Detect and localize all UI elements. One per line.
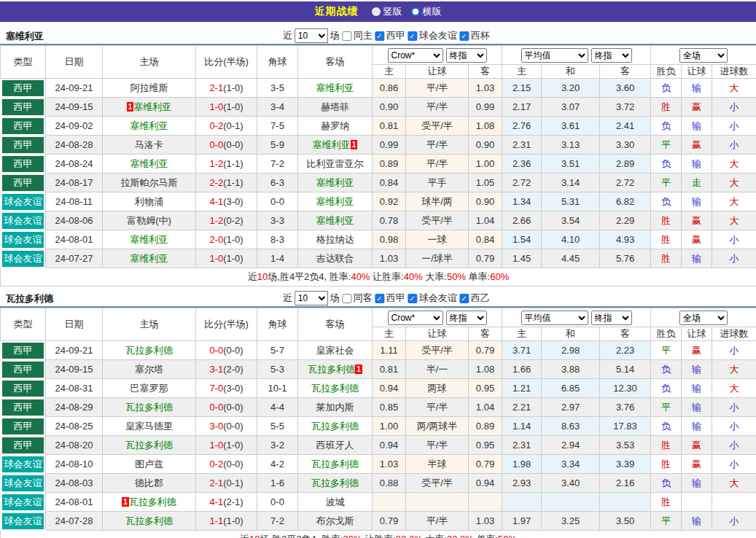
result-wdl-cell: 负: [651, 417, 682, 436]
team-name-link[interactable]: 赫塔菲: [321, 101, 349, 112]
league-filter-checkbox[interactable]: [459, 31, 469, 41]
result-goals-cell: 小: [712, 117, 756, 136]
team-name-link[interactable]: 瓦拉多利德: [311, 383, 359, 394]
team-name-link[interactable]: 利物浦: [135, 196, 163, 207]
corner-cell: 0-0: [257, 493, 298, 512]
team-name-link[interactable]: 塞维利亚: [316, 196, 354, 207]
team-name-link[interactable]: 富勒姆(中): [127, 215, 171, 226]
summary-text: 大率:: [423, 534, 447, 538]
league-filter-checkbox[interactable]: [408, 294, 417, 303]
fulltime-group-header: 全场: [651, 46, 756, 65]
avg-draw-cell: 2.98: [542, 341, 600, 360]
corner-cell: 1-4: [257, 249, 298, 268]
odds-home-cell: 0.98: [373, 230, 406, 249]
league-filter-checkbox[interactable]: [459, 294, 469, 303]
team-name-link[interactable]: 德比郡: [135, 477, 163, 488]
score-cell: 1-2(1-1): [196, 155, 257, 174]
odds-final-select[interactable]: 终指: [446, 48, 487, 63]
fulltime-select[interactable]: 全场: [679, 48, 728, 63]
avg-away-cell: 4.93: [600, 230, 651, 249]
avg-draw-cell: 5.31: [542, 192, 600, 211]
match-type-badge: 球会友谊: [2, 494, 44, 510]
odds-company-select[interactable]: Crow*: [388, 311, 443, 325]
odds-home-cell: 0.94: [373, 436, 406, 455]
league-filter-checkbox[interactable]: [375, 31, 384, 41]
avg-select[interactable]: 平均值: [521, 48, 588, 63]
recent-count-select[interactable]: 10: [295, 291, 328, 305]
radio-horizontal[interactable]: 横版: [411, 5, 442, 18]
filter-same-label: 同客: [354, 292, 373, 305]
team-name-link[interactable]: 波城: [326, 496, 345, 507]
odds-home-cell: 1.03: [373, 249, 406, 268]
team-name-link[interactable]: 赫罗纳: [321, 120, 349, 131]
team-name-link[interactable]: 莱加内斯: [316, 402, 354, 413]
team-name-link[interactable]: 图卢兹: [135, 459, 163, 469]
team-name-link[interactable]: 比利亚雷亚尔: [307, 158, 364, 169]
match-row: 西甲24-08-29瓦拉多利德0-0(0-0)4-4莱加内斯0.85平/半1.0…: [1, 398, 756, 417]
team-name-link[interactable]: 塞维利亚: [133, 101, 171, 112]
recent-count-select[interactable]: 10: [295, 28, 328, 43]
team-name-link[interactable]: 塞维利亚: [130, 234, 168, 245]
team-name-link[interactable]: 瓦拉多利德: [311, 421, 359, 432]
same-venue-checkbox[interactable]: [342, 31, 351, 41]
avg-select[interactable]: 平均值: [521, 311, 588, 325]
same-venue-checkbox[interactable]: [342, 294, 351, 303]
league-filter-checkbox[interactable]: [375, 294, 384, 303]
team-name-link[interactable]: 西班牙人: [316, 440, 354, 451]
odds-home-cell: 1.11: [373, 341, 406, 360]
result-handicap-cell: [682, 493, 712, 512]
team-name-link[interactable]: 瓦拉多利德: [125, 402, 173, 413]
away-team-cell: 格拉纳达: [298, 230, 373, 249]
radio-unselected-icon[interactable]: [411, 7, 420, 16]
team-name-link[interactable]: 塞维利亚: [316, 215, 354, 226]
match-type-badge: 西甲: [2, 399, 44, 416]
team-name-link[interactable]: 塞维利亚: [316, 82, 354, 93]
radio-selected-icon[interactable]: [372, 7, 381, 16]
team-name-link[interactable]: 塞维利亚: [130, 253, 168, 264]
team-name-link[interactable]: 瓦拉多利德: [125, 345, 173, 356]
radio-vertical[interactable]: 竖版: [372, 5, 402, 18]
odds-final-select[interactable]: 终指: [446, 311, 487, 325]
league-filter-checkbox[interactable]: [408, 31, 417, 41]
odds-home-cell: 0.89: [373, 155, 406, 174]
avg-final-select[interactable]: 终指: [591, 48, 632, 63]
team-name-link[interactable]: 巴塞罗那: [130, 383, 168, 394]
team-name-link[interactable]: 塞维利亚: [130, 120, 168, 131]
team-name-link[interactable]: 格拉纳达: [316, 234, 354, 245]
team-name-link[interactable]: 瓦拉多利德: [125, 440, 173, 451]
avg-away-cell: 3.39: [600, 455, 651, 474]
team-name-link[interactable]: 拉斯帕尔马斯: [121, 177, 178, 188]
match-row: 西甲24-08-25皇家马德里3-0(0-0)5-5瓦拉多利德1.00两/两球半…: [1, 417, 756, 436]
team-name-link[interactable]: 皇家马德里: [125, 421, 173, 432]
team-name-link[interactable]: 瓦拉多利德: [308, 364, 355, 375]
team-name-link[interactable]: 吉达联合: [316, 253, 354, 264]
corner-cell: 1-6: [257, 474, 298, 493]
match-type-badge: 球会友谊: [2, 251, 44, 267]
team-name-link[interactable]: 瓦拉多利德: [311, 477, 359, 488]
team-name-link[interactable]: 瓦拉多利德: [125, 515, 173, 526]
team-name-link[interactable]: 马洛卡: [135, 139, 163, 150]
sub-wdl-header: 胜负: [651, 65, 682, 79]
team-name-link[interactable]: 塞维利亚: [130, 158, 168, 169]
result-handicap-cell: 输: [682, 155, 712, 174]
match-type-badge: 球会友谊: [2, 513, 44, 529]
home-team-cell: 塞维利亚: [103, 249, 196, 268]
team-name-link[interactable]: 塞维利亚: [316, 177, 354, 188]
result-handicap-cell: 输: [682, 398, 712, 417]
col-type-header: 类型: [1, 308, 46, 341]
sub-away-header: 客: [469, 327, 502, 341]
team-name-link[interactable]: 皇家社会: [316, 345, 354, 356]
team-name-link[interactable]: 阿拉维斯: [130, 82, 168, 93]
team-name-link[interactable]: 塞维利亚: [313, 139, 351, 150]
date-cell: 24-08-10: [46, 455, 103, 474]
team-name-link[interactable]: 瓦拉多利德: [311, 459, 359, 469]
fulltime-select[interactable]: 全场: [679, 311, 728, 325]
team-name-link[interactable]: 瓦拉多利德: [129, 496, 176, 507]
team-name-link[interactable]: 塞尔塔: [135, 364, 163, 375]
team-name-link[interactable]: 布尔戈斯: [316, 515, 354, 526]
type-cell: 西甲: [1, 98, 46, 117]
avg-final-select[interactable]: 终指: [591, 311, 632, 325]
col-type-header: 类型: [1, 46, 46, 79]
result-handicap-cell: 输: [682, 360, 712, 379]
odds-company-select[interactable]: Crow*: [388, 48, 443, 63]
